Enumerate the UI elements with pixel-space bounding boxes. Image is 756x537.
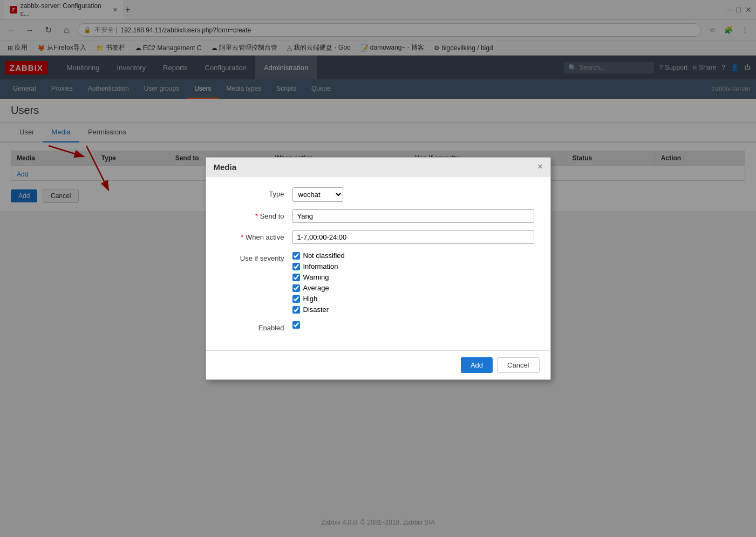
- modal-close-button[interactable]: ×: [537, 162, 542, 172]
- enabled-label: Enabled: [222, 321, 292, 332]
- severity-high[interactable]: High: [292, 295, 534, 303]
- sendto-row: Send to: [222, 209, 534, 223]
- checkbox-information[interactable]: [292, 263, 300, 270]
- severity-checkboxes: Not classified Information Warning Avera…: [292, 251, 534, 314]
- type-select[interactable]: wechat Email SMS Jabber Ez Texting: [292, 187, 343, 202]
- sendto-label: Send to: [222, 209, 292, 220]
- severity-information[interactable]: Information: [292, 262, 534, 270]
- severity-warning[interactable]: Warning: [292, 273, 534, 281]
- checkbox-not-classified[interactable]: [292, 252, 300, 260]
- checkbox-warning[interactable]: [292, 274, 300, 281]
- modal-header: Media ×: [206, 158, 550, 176]
- whenactive-label: When active: [222, 230, 292, 241]
- whenactive-control: 1-7,00:00-24:00: [292, 230, 534, 244]
- whenactive-input[interactable]: 1-7,00:00-24:00: [292, 230, 534, 244]
- red-arrow-annotation-2: [343, 139, 344, 139]
- type-row: Type wechat Email SMS Jabber Ez Texting: [222, 187, 534, 202]
- severity-high-label: High: [303, 295, 318, 303]
- type-control: wechat Email SMS Jabber Ez Texting: [292, 187, 534, 202]
- checkbox-high[interactable]: [292, 295, 300, 303]
- severity-average[interactable]: Average: [292, 284, 534, 292]
- severity-label: Use if severity: [222, 251, 292, 262]
- enabled-checkbox[interactable]: [292, 321, 300, 329]
- severity-information-label: Information: [303, 262, 338, 270]
- severity-not-classified[interactable]: Not classified: [292, 251, 534, 260]
- modal-add-button[interactable]: Add: [461, 357, 493, 373]
- severity-warning-label: Warning: [303, 273, 329, 281]
- severity-disaster[interactable]: Disaster: [292, 305, 534, 314]
- severity-not-classified-label: Not classified: [303, 251, 345, 260]
- enabled-row: Enabled: [222, 321, 534, 332]
- media-modal: Media × Type wechat Email SMS Jabber Ez …: [206, 157, 551, 380]
- type-label: Type: [222, 187, 292, 198]
- severity-disaster-label: Disaster: [303, 305, 329, 314]
- severity-row: Use if severity Not classified Informati…: [222, 251, 534, 314]
- modal-footer: Add Cancel: [206, 350, 550, 379]
- sendto-control: [292, 209, 534, 223]
- modal-cancel-button[interactable]: Cancel: [497, 357, 539, 373]
- modal-body: Type wechat Email SMS Jabber Ez Texting: [206, 176, 550, 350]
- enabled-control: [292, 321, 534, 330]
- severity-average-label: Average: [303, 284, 329, 292]
- sendto-input[interactable]: [292, 209, 534, 223]
- modal-overlay[interactable]: Media × Type wechat Email SMS Jabber Ez …: [0, 0, 756, 487]
- modal-title: Media: [214, 162, 237, 172]
- checkbox-disaster[interactable]: [292, 306, 300, 314]
- whenactive-row: When active 1-7,00:00-24:00: [222, 230, 534, 244]
- checkbox-average[interactable]: [292, 284, 300, 292]
